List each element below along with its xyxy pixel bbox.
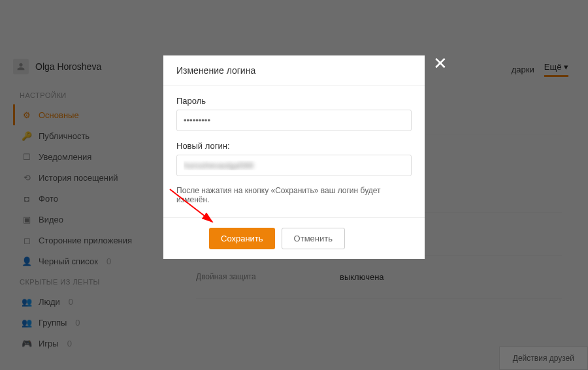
modal-hint: После нажатия на кнопку «Сохранить» ваш … (176, 186, 412, 204)
modal-title: Изменение логина (163, 55, 425, 86)
new-login-input[interactable] (176, 155, 412, 176)
password-input[interactable] (176, 110, 412, 131)
login-label: Новый логин: (176, 141, 412, 151)
close-button[interactable]: ✕ (433, 54, 448, 74)
save-button[interactable]: Сохранить (209, 228, 275, 249)
cancel-button[interactable]: Отменить (282, 228, 345, 249)
modal-overlay: ✕ Изменение логина Пароль Новый логин: П… (0, 0, 588, 370)
password-label: Пароль (176, 96, 412, 106)
change-login-modal: ✕ Изменение логина Пароль Новый логин: П… (163, 55, 425, 259)
